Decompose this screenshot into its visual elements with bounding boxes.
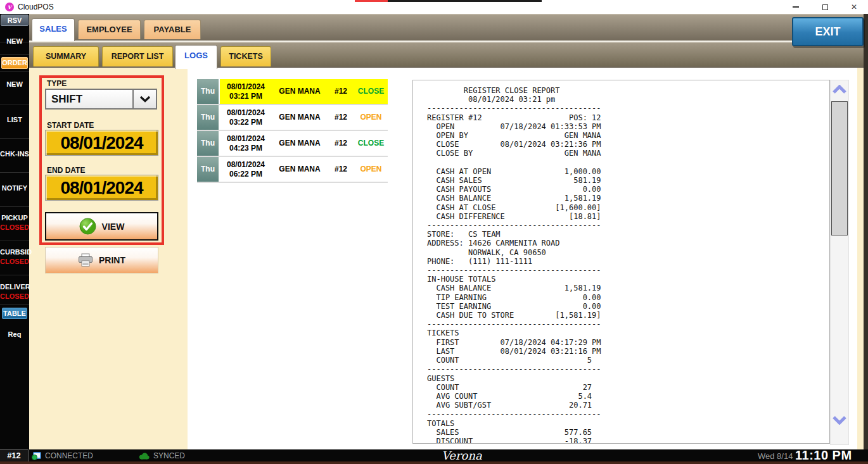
log-day-cell: Thu <box>197 157 219 182</box>
log-status: OPEN <box>354 105 388 130</box>
scroll-up-icon[interactable] <box>832 85 847 97</box>
sidebar-item-pickup[interactable]: PICKUP <box>0 214 29 222</box>
sidebar-item-chk-ins[interactable]: CHK-INS <box>0 150 29 158</box>
log-row[interactable]: Thu 08/01/202403:21 PM GEN MANA #12 CLOS… <box>197 79 388 105</box>
pickup-status: CLOSED <box>0 223 29 231</box>
sidebar-item-req[interactable]: Req <box>0 330 29 338</box>
log-register: #12 <box>328 79 354 104</box>
log-row[interactable]: Thu 08/01/202404:23 PM GEN MANA #12 CLOS… <box>197 131 388 157</box>
minimize-button[interactable] <box>791 2 801 12</box>
curbside-status: CLOSED <box>0 258 29 265</box>
connected-label: CONNECTED <box>45 451 93 460</box>
log-row[interactable]: Thu 08/01/202403:22 PM GEN MANA #12 OPEN <box>197 105 388 131</box>
sidebar-item-rsv[interactable]: RSV <box>1 15 29 26</box>
sidebar-item-list[interactable]: LIST <box>0 116 29 123</box>
view-button-label: VIEW <box>102 222 125 232</box>
check-icon <box>79 218 96 235</box>
sidebar-item-new-rsv[interactable]: NEW <box>0 37 29 45</box>
log-employee: GEN MANA <box>272 131 328 156</box>
close-button[interactable]: ✕ <box>849 2 859 12</box>
top-red-strip <box>355 0 388 2</box>
log-employee: GEN MANA <box>272 105 328 130</box>
log-datetime: 08/01/202403:22 PM <box>220 105 272 130</box>
close-icon: ✕ <box>851 3 857 11</box>
log-day-cell: Thu <box>197 131 219 156</box>
log-row-content: 08/01/202404:23 PM GEN MANA #12 CLOSE <box>220 131 388 156</box>
log-datetime: 08/01/202406:22 PM <box>220 157 272 182</box>
scroll-down-icon[interactable] <box>832 415 847 427</box>
tab-employee[interactable]: EMPLOYEE <box>78 20 141 39</box>
connected-icon <box>33 452 41 459</box>
title-bar: v CloudPOS ✕ <box>0 0 868 14</box>
status-bar-bottom-strip <box>0 461 868 464</box>
tab-logs[interactable]: LOGS <box>175 45 217 69</box>
register-close-report: REGISTER CLOSE REPORT 08/01/2024 03:21 p… <box>412 80 830 444</box>
scrollbar-thumb[interactable] <box>831 101 848 235</box>
cloud-icon <box>138 452 150 460</box>
sidebar-item-notify[interactable]: NOTIFY <box>0 184 29 192</box>
maximize-icon <box>822 4 828 10</box>
report-text: REGISTER CLOSE REPORT 08/01/2024 03:21 p… <box>413 80 829 444</box>
log-register: #12 <box>328 131 354 156</box>
log-row[interactable]: Thu 08/01/202406:22 PM GEN MANA #12 OPEN <box>197 157 388 183</box>
status-time: 11:10 PM <box>795 448 852 463</box>
log-day-cell: Thu <box>197 105 219 130</box>
log-status: CLOSE <box>354 131 388 156</box>
log-employee: GEN MANA <box>272 79 328 104</box>
start-date-button[interactable]: 08/01/2024 <box>45 130 158 156</box>
type-dropdown[interactable]: SHIFT <box>45 89 157 110</box>
delivery-status: CLOSED <box>0 292 29 300</box>
status-bar <box>0 449 868 461</box>
log-employee: GEN MANA <box>272 157 328 182</box>
tab-tickets[interactable]: TICKETS <box>220 46 271 66</box>
log-status: CLOSE <box>354 79 388 104</box>
tab-summary[interactable]: SUMMARY <box>33 46 99 66</box>
sidebar-item-table[interactable]: TABLE <box>2 308 27 319</box>
sidebar-item-curbside[interactable]: CURBSID <box>0 248 29 256</box>
top-dark-strip <box>388 0 542 2</box>
log-day-cell: Thu <box>197 79 219 104</box>
tab-payable[interactable]: PAYABLE <box>144 20 201 39</box>
synced-label: SYNCED <box>153 451 185 460</box>
sync-status: SYNCED <box>138 449 185 461</box>
log-register: #12 <box>328 105 354 130</box>
log-datetime: 08/01/202403:21 PM <box>220 79 272 104</box>
type-dropdown-value: SHIFT <box>46 90 132 108</box>
register-number-badge: #12 <box>0 449 29 461</box>
connection-status: CONNECTED <box>33 449 93 461</box>
log-row-content: 08/01/202406:22 PM GEN MANA #12 OPEN <box>220 157 388 182</box>
sidebar-item-delivery[interactable]: DELIVER <box>0 283 29 291</box>
maximize-button[interactable] <box>820 2 830 12</box>
log-register: #12 <box>328 157 354 182</box>
chevron-down-icon[interactable] <box>132 90 156 108</box>
printer-icon <box>78 253 93 267</box>
brand-name: Verona <box>442 449 482 462</box>
sidebar-item-new-order[interactable]: NEW <box>0 80 29 88</box>
window-title: CloudPOS <box>18 3 54 11</box>
minimize-icon <box>793 6 799 8</box>
log-status: OPEN <box>354 157 388 182</box>
sidebar-item-order[interactable]: ORDER <box>1 57 28 69</box>
tab-sales[interactable]: SALES <box>32 18 75 41</box>
cloudpos-window: v CloudPOS ✕ SALES EMPLOYEE PAYABLE EXIT… <box>0 0 868 464</box>
status-date: Wed 8/14 <box>758 451 793 461</box>
view-button[interactable]: VIEW <box>45 212 158 241</box>
print-button[interactable]: PRINT <box>45 247 158 273</box>
tab-report-list[interactable]: REPORT LIST <box>102 46 173 66</box>
window-right-border <box>864 14 868 449</box>
verona-logo-icon: v <box>5 3 14 11</box>
print-button-label: PRINT <box>99 255 125 265</box>
log-row-content: 08/01/202403:21 PM GEN MANA #12 CLOSE <box>220 79 388 104</box>
log-datetime: 08/01/202404:23 PM <box>220 131 272 156</box>
exit-button[interactable]: EXIT <box>792 17 864 46</box>
left-sidebar: RSV NEW ORDER NEW LIST CHK-INS NOTIFY PI… <box>0 14 29 449</box>
log-row-content: 08/01/202403:22 PM GEN MANA #12 OPEN <box>220 105 388 130</box>
end-date-button[interactable]: 08/01/2024 <box>45 175 158 201</box>
